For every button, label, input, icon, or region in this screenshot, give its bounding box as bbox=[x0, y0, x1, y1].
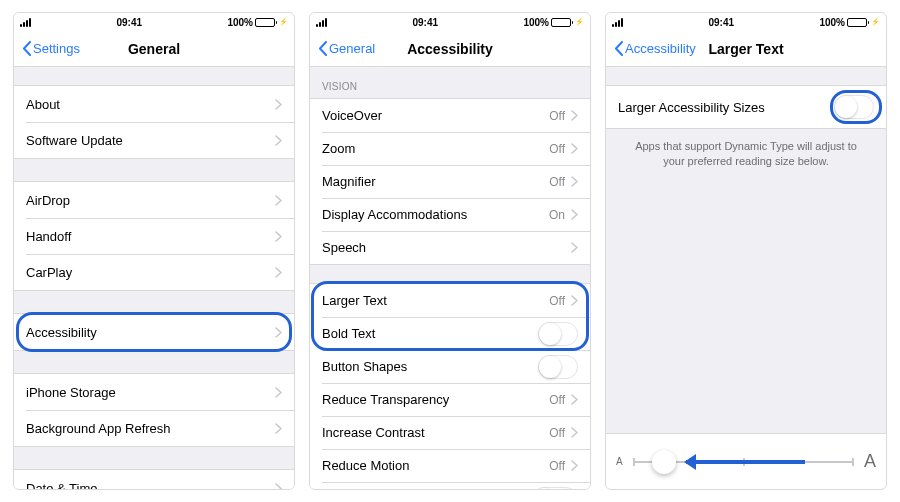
chevron-right-icon bbox=[275, 195, 282, 206]
row-label: AirDrop bbox=[26, 193, 275, 208]
section-header-vision: Vision bbox=[310, 67, 590, 98]
row-software-update[interactable]: Software Update bbox=[14, 122, 294, 158]
chevron-right-icon bbox=[571, 460, 578, 471]
back-button[interactable]: Accessibility bbox=[614, 41, 696, 56]
row-carplay[interactable]: CarPlay bbox=[14, 254, 294, 290]
row-voiceover[interactable]: VoiceOver Off bbox=[310, 99, 590, 132]
switch-onoff-labels[interactable] bbox=[532, 487, 578, 490]
chevron-left-icon bbox=[318, 41, 327, 56]
row-value: Off bbox=[549, 426, 565, 440]
chevron-right-icon bbox=[275, 423, 282, 434]
battery-icon bbox=[255, 18, 275, 27]
row-display-accommodations[interactable]: Display Accommodations On bbox=[310, 198, 590, 231]
chevron-right-icon bbox=[571, 242, 578, 253]
chevron-right-icon bbox=[571, 427, 578, 438]
row-speech[interactable]: Speech bbox=[310, 231, 590, 264]
row-value: On bbox=[549, 208, 565, 222]
row-value: Off bbox=[549, 393, 565, 407]
settings-group: Larger Text Off Bold Text Button Shapes … bbox=[310, 283, 590, 489]
row-handoff[interactable]: Handoff bbox=[14, 218, 294, 254]
row-reduce-transparency[interactable]: Reduce Transparency Off bbox=[310, 383, 590, 416]
row-label: Speech bbox=[322, 240, 571, 255]
chevron-right-icon bbox=[571, 295, 578, 306]
slider-track[interactable] bbox=[633, 461, 854, 463]
chevron-right-icon bbox=[571, 209, 578, 220]
settings-group: AirDrop Handoff CarPlay bbox=[14, 181, 294, 291]
bolt-icon: ⚡ bbox=[279, 18, 288, 26]
row-iphone-storage[interactable]: iPhone Storage bbox=[14, 374, 294, 410]
row-bold-text[interactable]: Bold Text bbox=[310, 317, 590, 350]
battery-icon bbox=[551, 18, 571, 27]
settings-group: Accessibility bbox=[14, 313, 294, 351]
bolt-icon: ⚡ bbox=[575, 18, 584, 26]
row-zoom[interactable]: Zoom Off bbox=[310, 132, 590, 165]
status-time: 09:41 bbox=[708, 17, 734, 28]
signal-icon bbox=[20, 18, 31, 27]
slider-thumb[interactable] bbox=[652, 450, 676, 474]
content-scroll[interactable]: Larger Accessibility Sizes Apps that sup… bbox=[606, 67, 886, 489]
row-reduce-motion[interactable]: Reduce Motion Off bbox=[310, 449, 590, 482]
row-label: Accessibility bbox=[26, 325, 275, 340]
phone-general: 09:41 100% ⚡ Settings General About Soft… bbox=[13, 12, 295, 490]
row-label: Background App Refresh bbox=[26, 421, 275, 436]
chevron-left-icon bbox=[22, 41, 31, 56]
battery-pct: 100% bbox=[819, 17, 845, 28]
row-airdrop[interactable]: AirDrop bbox=[14, 182, 294, 218]
phone-accessibility: 09:41 100% ⚡ General Accessibility Visio… bbox=[309, 12, 591, 490]
row-label: About bbox=[26, 97, 275, 112]
chevron-right-icon bbox=[571, 394, 578, 405]
battery-icon bbox=[847, 18, 867, 27]
row-label: Handoff bbox=[26, 229, 275, 244]
row-label: Magnifier bbox=[322, 174, 549, 189]
chevron-right-icon bbox=[571, 110, 578, 121]
status-bar: 09:41 100% ⚡ bbox=[606, 13, 886, 31]
row-button-shapes[interactable]: Button Shapes bbox=[310, 350, 590, 383]
chevron-right-icon bbox=[275, 231, 282, 242]
status-bar: 09:41 100% ⚡ bbox=[14, 13, 294, 31]
row-value: Off bbox=[549, 175, 565, 189]
row-value: Off bbox=[549, 109, 565, 123]
row-value: Off bbox=[549, 294, 565, 308]
row-magnifier[interactable]: Magnifier Off bbox=[310, 165, 590, 198]
row-increase-contrast[interactable]: Increase Contrast Off bbox=[310, 416, 590, 449]
content-scroll[interactable]: About Software Update AirDrop Handoff Ca… bbox=[14, 67, 294, 489]
row-onoff-labels[interactable]: On/Off Labels bbox=[310, 482, 590, 489]
row-label: Button Shapes bbox=[322, 359, 538, 374]
nav-bar: Settings General bbox=[14, 31, 294, 67]
row-label: Larger Accessibility Sizes bbox=[618, 100, 834, 115]
settings-group: About Software Update bbox=[14, 85, 294, 159]
row-background-app-refresh[interactable]: Background App Refresh bbox=[14, 410, 294, 446]
signal-icon bbox=[612, 18, 623, 27]
back-button[interactable]: Settings bbox=[22, 41, 80, 56]
row-larger-text[interactable]: Larger Text Off bbox=[310, 284, 590, 317]
nav-bar: General Accessibility bbox=[310, 31, 590, 67]
chevron-right-icon bbox=[275, 387, 282, 398]
row-about[interactable]: About bbox=[14, 86, 294, 122]
row-label: CarPlay bbox=[26, 265, 275, 280]
row-larger-accessibility-sizes[interactable]: Larger Accessibility Sizes bbox=[606, 86, 886, 128]
row-value: Off bbox=[549, 459, 565, 473]
row-value: Off bbox=[549, 142, 565, 156]
row-accessibility[interactable]: Accessibility bbox=[14, 314, 294, 350]
row-label: Software Update bbox=[26, 133, 275, 148]
battery-pct: 100% bbox=[523, 17, 549, 28]
settings-group: iPhone Storage Background App Refresh bbox=[14, 373, 294, 447]
switch-larger-accessibility-sizes[interactable] bbox=[834, 95, 874, 119]
row-label: Bold Text bbox=[322, 326, 538, 341]
switch-button-shapes[interactable] bbox=[538, 355, 578, 379]
signal-icon bbox=[316, 18, 327, 27]
slider-min-label: A bbox=[616, 456, 623, 467]
battery-pct: 100% bbox=[227, 17, 253, 28]
bolt-icon: ⚡ bbox=[871, 18, 880, 26]
row-date-time[interactable]: Date & Time bbox=[14, 470, 294, 489]
row-label: Date & Time bbox=[26, 481, 275, 490]
row-label: VoiceOver bbox=[322, 108, 549, 123]
row-label: Reduce Transparency bbox=[322, 392, 549, 407]
settings-group: Larger Accessibility Sizes bbox=[606, 85, 886, 129]
status-time: 09:41 bbox=[412, 17, 438, 28]
footer-note: Apps that support Dynamic Type will adju… bbox=[606, 129, 886, 180]
content-scroll[interactable]: Vision VoiceOver Off Zoom Off Magnifier … bbox=[310, 67, 590, 489]
switch-bold-text[interactable] bbox=[538, 322, 578, 346]
back-button[interactable]: General bbox=[318, 41, 375, 56]
settings-group: VoiceOver Off Zoom Off Magnifier Off Dis… bbox=[310, 98, 590, 265]
